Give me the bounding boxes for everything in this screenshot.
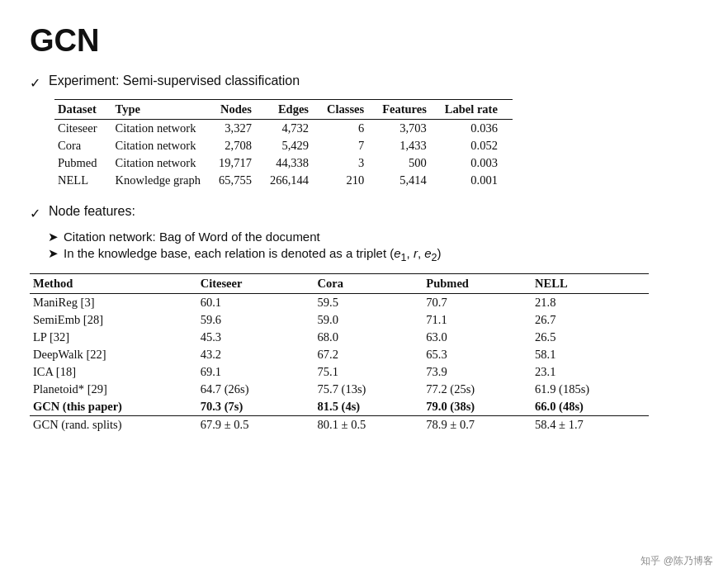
dataset-cell: Cora [54, 137, 112, 154]
results-cell-cora: 75.1 [314, 363, 423, 381]
results-cell-citeseer: 67.9 ± 0.5 [197, 416, 314, 434]
col-pubmed: Pubmed [423, 274, 532, 294]
dataset-cell: Citation network [112, 120, 215, 138]
arrow-icon-2: ➤ [48, 246, 59, 261]
checkmark-icon: ✓ [30, 75, 40, 91]
results-cell-citeseer: 59.6 [197, 311, 314, 329]
results-cell-nell: 26.7 [532, 311, 649, 329]
dataset-table: Dataset Type Nodes Edges Classes Feature… [54, 99, 513, 189]
dataset-cell: 6 [324, 120, 379, 138]
dataset-cell: 210 [324, 172, 379, 189]
sub-bullets-container: ➤ Citation network: Bag of Word of the d… [48, 230, 698, 263]
watermark: 知乎 @陈乃博客 [641, 554, 713, 568]
results-cell-pubmed: 63.0 [423, 329, 532, 346]
col-edges: Edges [267, 100, 324, 120]
results-cell-cora: 67.2 [314, 346, 423, 363]
col-nodes: Nodes [215, 100, 267, 120]
results-row: GCN (rand. splits)67.9 ± 0.580.1 ± 0.578… [30, 416, 649, 434]
sub-bullet-text-1: Citation network: Bag of Word of the doc… [64, 230, 320, 244]
results-cell-method: DeepWalk [22] [30, 346, 197, 363]
col-type: Type [112, 100, 215, 120]
checkmark-icon-2: ✓ [30, 206, 40, 221]
results-cell-method: ICA [18] [30, 363, 197, 381]
results-cell-method: GCN (rand. splits) [30, 416, 197, 434]
dataset-cell: 0.036 [442, 120, 513, 138]
results-cell-citeseer: 64.7 (26s) [197, 381, 314, 398]
results-cell-pubmed: 70.7 [423, 294, 532, 312]
dataset-cell: NELL [54, 172, 112, 189]
dataset-row: PubmedCitation network19,71744,33835000.… [54, 154, 513, 172]
dataset-cell: 7 [324, 137, 379, 154]
dataset-table-header-row: Dataset Type Nodes Edges Classes Feature… [54, 100, 513, 120]
dataset-cell: Knowledge graph [112, 172, 215, 189]
results-cell-cora: 59.5 [314, 294, 423, 312]
dataset-cell: 65,755 [215, 172, 267, 189]
results-row: DeepWalk [22]43.267.265.358.1 [30, 346, 649, 363]
dataset-cell: 500 [379, 154, 442, 172]
results-cell-method: GCN (this paper) [30, 398, 197, 416]
dataset-cell: 2,708 [215, 137, 267, 154]
dataset-cell: 3,703 [379, 120, 442, 138]
dataset-cell: 44,338 [267, 154, 324, 172]
col-labelrate: Label rate [442, 100, 513, 120]
experiment-label: Experiment: Semi-supervised classificati… [49, 73, 300, 88]
results-row: SemiEmb [28]59.659.071.126.7 [30, 311, 649, 329]
col-classes: Classes [324, 100, 379, 120]
col-dataset: Dataset [54, 100, 112, 120]
dataset-cell: 5,414 [379, 172, 442, 189]
dataset-cell: 0.003 [442, 154, 513, 172]
results-cell-pubmed: 79.0 (38s) [423, 398, 532, 416]
dataset-cell: 266,144 [267, 172, 324, 189]
dataset-row: NELLKnowledge graph65,755266,1442105,414… [54, 172, 513, 189]
results-cell-nell: 66.0 (48s) [532, 398, 649, 416]
results-cell-nell: 23.1 [532, 363, 649, 381]
results-row: LP [32]45.368.063.026.5 [30, 329, 649, 346]
results-cell-pubmed: 71.1 [423, 311, 532, 329]
dataset-cell: Citeseer [54, 120, 112, 138]
results-cell-citeseer: 69.1 [197, 363, 314, 381]
node-features-label: Node features: [49, 204, 135, 219]
dataset-cell: 3 [324, 154, 379, 172]
dataset-cell: Pubmed [54, 154, 112, 172]
results-row: GCN (this paper)70.3 (7s)81.5 (4s)79.0 (… [30, 398, 649, 416]
results-cell-method: Planetoid* [29] [30, 381, 197, 398]
sub-bullet-1: ➤ Citation network: Bag of Word of the d… [48, 230, 698, 244]
page-title: GCN [30, 23, 698, 59]
results-cell-citeseer: 43.2 [197, 346, 314, 363]
dataset-cell: Citation network [112, 137, 215, 154]
results-cell-cora: 80.1 ± 0.5 [314, 416, 423, 434]
results-cell-cora: 59.0 [314, 311, 423, 329]
dataset-cell: 19,717 [215, 154, 267, 172]
results-cell-nell: 26.5 [532, 329, 649, 346]
results-cell-method: ManiReg [3] [30, 294, 197, 312]
sub-bullet-2: ➤ In the knowledge base, each relation i… [48, 246, 698, 263]
results-cell-citeseer: 45.3 [197, 329, 314, 346]
col-cora: Cora [314, 274, 423, 294]
sub-bullet-text-2: In the knowledge base, each relation is … [64, 246, 442, 263]
results-row: ICA [18]69.175.173.923.1 [30, 363, 649, 381]
node-features-bullet: ✓ Node features: [30, 204, 698, 221]
results-cell-nell: 58.4 ± 1.7 [532, 416, 649, 434]
results-cell-pubmed: 78.9 ± 0.7 [423, 416, 532, 434]
dataset-cell: 4,732 [267, 120, 324, 138]
results-cell-nell: 21.8 [532, 294, 649, 312]
results-table: Method Citeseer Cora Pubmed NELL ManiReg… [30, 273, 649, 434]
results-cell-pubmed: 77.2 (25s) [423, 381, 532, 398]
results-cell-cora: 68.0 [314, 329, 423, 346]
arrow-icon-1: ➤ [48, 230, 59, 244]
results-cell-method: LP [32] [30, 329, 197, 346]
results-cell-citeseer: 60.1 [197, 294, 314, 312]
experiment-bullet: ✓ Experiment: Semi-supervised classifica… [30, 73, 698, 91]
dataset-cell: 0.052 [442, 137, 513, 154]
col-nell: NELL [532, 274, 649, 294]
col-features: Features [379, 100, 442, 120]
results-row: ManiReg [3]60.159.570.721.8 [30, 294, 649, 312]
results-cell-cora: 81.5 (4s) [314, 398, 423, 416]
dataset-row: CoraCitation network2,7085,42971,4330.05… [54, 137, 513, 154]
col-method: Method [30, 274, 197, 294]
results-cell-citeseer: 70.3 (7s) [197, 398, 314, 416]
results-table-container: Method Citeseer Cora Pubmed NELL ManiReg… [30, 273, 698, 434]
results-cell-cora: 75.7 (13s) [314, 381, 423, 398]
results-row: Planetoid* [29]64.7 (26s)75.7 (13s)77.2 … [30, 381, 649, 398]
dataset-cell: Citation network [112, 154, 215, 172]
